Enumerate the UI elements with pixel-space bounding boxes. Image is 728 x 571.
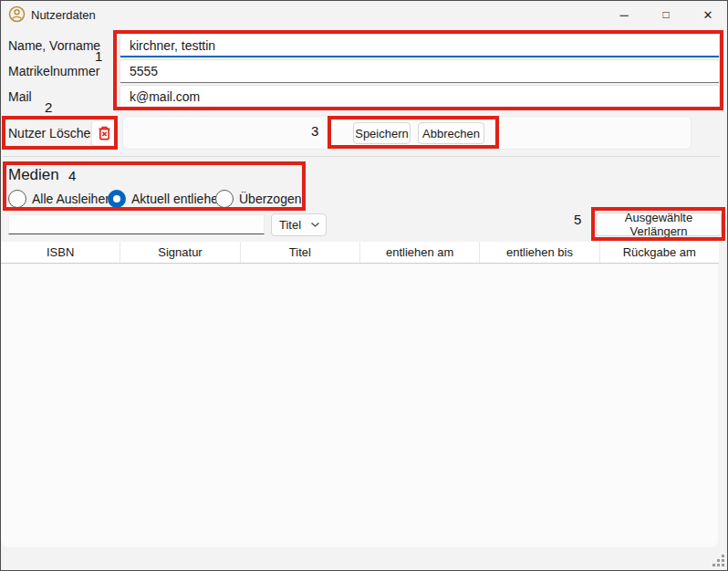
annotation-number-1: 1 xyxy=(95,48,102,64)
filter-dropdown-value: Titel xyxy=(279,218,301,232)
name-label: Name, Vorname xyxy=(8,38,100,53)
maximize-button[interactable]: □ xyxy=(645,1,687,28)
column-header-rueckgabe-am[interactable]: Rückgabe am xyxy=(600,242,719,263)
section-divider xyxy=(3,156,720,157)
annotation-number-3: 3 xyxy=(311,123,318,139)
annotation-box-4 xyxy=(3,161,306,211)
annotation-number-4: 4 xyxy=(68,168,76,183)
resize-grip[interactable] xyxy=(711,553,724,566)
column-header-isbn[interactable]: ISBN xyxy=(1,242,120,263)
annotation-box-1 xyxy=(113,30,723,110)
annotation-number-2: 2 xyxy=(45,99,52,115)
annotation-number-5: 5 xyxy=(574,212,581,227)
column-header-titel[interactable]: Titel xyxy=(241,242,360,263)
media-table-body xyxy=(1,265,718,547)
window-title: Nutzerdaten xyxy=(31,8,96,22)
minimize-button[interactable]: ─ xyxy=(603,1,645,28)
filter-dropdown[interactable]: Titel xyxy=(271,213,327,236)
mail-label: Mail xyxy=(8,89,32,104)
annotation-box-5 xyxy=(591,207,725,241)
column-header-entliehen-bis[interactable]: entliehen bis xyxy=(480,242,599,263)
media-search-input[interactable] xyxy=(8,214,265,234)
column-header-entliehen-am[interactable]: entliehen am xyxy=(360,242,480,263)
chevron-down-icon xyxy=(310,222,320,228)
annotation-box-2 xyxy=(2,116,118,150)
annotation-box-3 xyxy=(328,116,499,149)
nutzerdaten-window: Nutzerdaten ─ □ ✕ Name, Vorname Matrikel… xyxy=(0,0,728,571)
user-icon xyxy=(8,5,26,23)
matrikelnummer-label: Matrikelnummer xyxy=(8,64,99,78)
title-bar: Nutzerdaten ─ □ ✕ xyxy=(1,1,727,28)
media-table-header: ISBN Signatur Titel entliehen am entlieh… xyxy=(1,242,719,264)
column-header-signatur[interactable]: Signatur xyxy=(120,242,240,263)
close-button[interactable]: ✕ xyxy=(687,1,728,28)
